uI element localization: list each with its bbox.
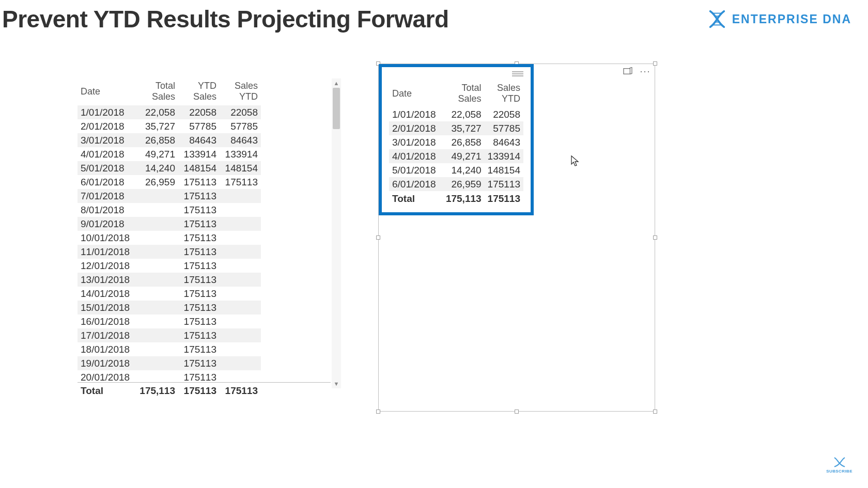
- table-row[interactable]: 14/01/2018175113: [78, 287, 261, 301]
- cell-date: 9/01/2018: [78, 217, 134, 231]
- drag-grip-icon[interactable]: [512, 71, 523, 76]
- cell-sales-ytd: [220, 203, 261, 217]
- cell-sales-ytd: 148154: [485, 163, 523, 177]
- cell-total-sales: 14,240: [439, 163, 485, 177]
- cell-total-sales: 26,858: [134, 133, 178, 147]
- cell-ytd-sales: 175113: [178, 314, 220, 328]
- table-row[interactable]: 7/01/2018175113: [78, 189, 261, 203]
- cell-date: 11/01/2018: [78, 245, 134, 259]
- cell-total-sales: 26,858: [439, 135, 485, 149]
- table-row[interactable]: 13/01/2018175113: [78, 273, 261, 287]
- cell-date: 5/01/2018: [389, 163, 439, 177]
- resize-handle-mid-bottom[interactable]: [515, 410, 519, 414]
- cell-date: 20/01/2018: [78, 370, 134, 383]
- col-header-sales-ytd[interactable]: Sales YTD: [485, 82, 523, 107]
- cell-total-sales: [134, 203, 178, 217]
- cell-total-sales: 22,058: [439, 107, 485, 121]
- col-header-date[interactable]: Date: [389, 82, 439, 107]
- cell-ytd-sales: 175113: [178, 245, 220, 259]
- focus-mode-icon[interactable]: [623, 67, 633, 75]
- table-row[interactable]: 2/01/201835,72757785: [389, 121, 523, 135]
- col-header-date[interactable]: Date: [78, 78, 134, 105]
- table-row[interactable]: 6/01/201826,959175113175113: [78, 175, 261, 189]
- table-row[interactable]: 5/01/201814,240148154148154: [78, 161, 261, 175]
- cell-total-sales: 14,240: [134, 161, 178, 175]
- subscribe-badge[interactable]: SUBSCRIBE: [826, 456, 853, 474]
- col-header-total-sales[interactable]: Total Sales: [134, 78, 178, 105]
- cell-ytd-sales: 57785: [178, 119, 220, 133]
- right-table-visual[interactable]: ··· Date Total Sales Sales YTD 1/01/2018…: [378, 64, 655, 412]
- cell-sales-ytd: 84643: [220, 133, 261, 147]
- cell-date: 2/01/2018: [78, 119, 134, 133]
- table-row[interactable]: 11/01/2018175113: [78, 245, 261, 259]
- cell-sales-ytd: [220, 301, 261, 314]
- resize-handle-bottom-right[interactable]: [653, 410, 657, 414]
- cell-total-sales: [134, 217, 178, 231]
- cell-date: 8/01/2018: [78, 203, 134, 217]
- cell-ytd-sales: 175113: [178, 342, 220, 356]
- table-row[interactable]: 8/01/2018175113: [78, 203, 261, 217]
- left-table-scroll[interactable]: Date Total Sales YTD Sales Sales YTD 1/0…: [78, 78, 331, 383]
- cell-date: 6/01/2018: [78, 175, 134, 189]
- cell-ytd-sales: 175113: [178, 259, 220, 273]
- cell-sales-ytd: [220, 217, 261, 231]
- total-label: Total: [78, 383, 134, 398]
- cell-sales-ytd: [220, 287, 261, 301]
- cell-sales-ytd: 57785: [220, 119, 261, 133]
- table-row[interactable]: 1/01/201822,05822058: [389, 107, 523, 121]
- table-row[interactable]: 15/01/2018175113: [78, 301, 261, 314]
- cell-total-sales: [134, 245, 178, 259]
- cell-total-sales: 49,271: [134, 147, 178, 161]
- table-row[interactable]: 6/01/201826,959175113: [389, 177, 523, 191]
- total-sales-ytd: 175113: [485, 191, 523, 206]
- scroll-down-arrow-icon[interactable]: ▼: [332, 379, 341, 388]
- col-header-ytd-sales[interactable]: YTD Sales: [178, 78, 220, 105]
- col-header-sales-ytd[interactable]: Sales YTD: [220, 78, 261, 105]
- left-table-total: Total 175,113 175113 175113: [78, 382, 331, 398]
- vertical-scrollbar[interactable]: ▲ ▼: [332, 78, 341, 388]
- visual-toolbar: ···: [623, 67, 650, 75]
- cell-ytd-sales: 175113: [178, 328, 220, 342]
- scrollbar-thumb[interactable]: [333, 88, 340, 129]
- resize-handle-top-right[interactable]: [653, 61, 657, 66]
- resize-handle-bottom-left[interactable]: [376, 410, 380, 414]
- cell-sales-ytd: [220, 342, 261, 356]
- cell-date: 19/01/2018: [78, 356, 134, 370]
- resize-handle-mid-right[interactable]: [653, 235, 657, 240]
- cell-sales-ytd: [220, 189, 261, 203]
- cell-sales-ytd: [220, 328, 261, 342]
- cell-ytd-sales: 148154: [178, 161, 220, 175]
- cell-date: 12/01/2018: [78, 259, 134, 273]
- table-row[interactable]: 4/01/201849,271133914: [389, 149, 523, 163]
- cell-ytd-sales: 175113: [178, 273, 220, 287]
- col-header-total-sales[interactable]: Total Sales: [439, 82, 485, 107]
- cell-ytd-sales: 175113: [178, 356, 220, 370]
- cell-sales-ytd: 175113: [485, 177, 523, 191]
- left-table-visual[interactable]: Date Total Sales YTD Sales Sales YTD 1/0…: [78, 78, 341, 398]
- cell-date: 18/01/2018: [78, 342, 134, 356]
- cell-date: 3/01/2018: [389, 135, 439, 149]
- table-row[interactable]: 1/01/201822,0582205822058: [78, 105, 261, 119]
- table-row[interactable]: 19/01/2018175113: [78, 356, 261, 370]
- cell-sales-ytd: 175113: [220, 175, 261, 189]
- cell-date: 16/01/2018: [78, 314, 134, 328]
- table-row[interactable]: 16/01/2018175113: [78, 314, 261, 328]
- table-row[interactable]: 10/01/2018175113: [78, 231, 261, 245]
- cell-ytd-sales: 175113: [178, 301, 220, 314]
- table-row[interactable]: 12/01/2018175113: [78, 259, 261, 273]
- table-row[interactable]: 2/01/201835,7275778557785: [78, 119, 261, 133]
- table-row[interactable]: 17/01/2018175113: [78, 328, 261, 342]
- table-row[interactable]: 4/01/201849,271133914133914: [78, 147, 261, 161]
- table-row[interactable]: 3/01/201826,85884643: [389, 135, 523, 149]
- table-row[interactable]: 5/01/201814,240148154: [389, 163, 523, 177]
- table-row[interactable]: 9/01/2018175113: [78, 217, 261, 231]
- more-options-icon[interactable]: ···: [640, 67, 650, 75]
- table-row[interactable]: 3/01/201826,8588464384643: [78, 133, 261, 147]
- table-row[interactable]: 18/01/2018175113: [78, 342, 261, 356]
- resize-handle-mid-left[interactable]: [376, 235, 380, 240]
- cell-sales-ytd: 22058: [220, 105, 261, 119]
- cell-total-sales: 26,959: [134, 175, 178, 189]
- table-row[interactable]: 20/01/2018175113: [78, 370, 261, 383]
- cell-date: 17/01/2018: [78, 328, 134, 342]
- scroll-up-arrow-icon[interactable]: ▲: [332, 78, 341, 88]
